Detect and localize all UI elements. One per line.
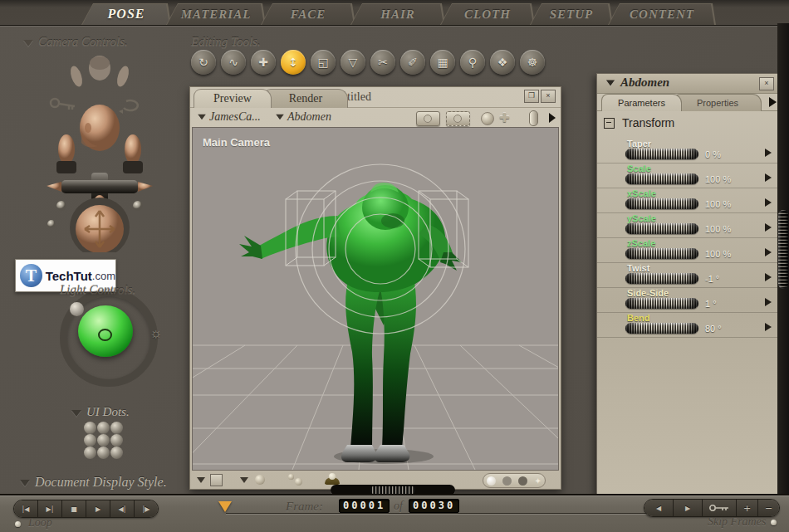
stop-button[interactable]: ■ [62,500,86,517]
ui-dot[interactable] [97,447,110,459]
camera-view-icon[interactable] [416,111,440,126]
camera-select-icon[interactable] [446,111,470,126]
ui-dot[interactable] [97,422,110,434]
param-menu-arrow[interactable] [765,149,772,157]
skip-frames-toggle[interactable] [771,520,777,525]
ui-dot[interactable] [97,434,110,447]
transform-section-header[interactable]: Transform [604,116,674,129]
viewport-3d[interactable]: Main Camera [192,127,559,471]
taper-tool-icon[interactable]: ▽ [341,50,365,75]
depth-cue-dot-icon[interactable] [288,474,294,480]
timeline-track[interactable] [226,513,688,514]
display-style-swatch[interactable] [210,474,223,486]
tab-properties[interactable]: Properties [674,94,762,111]
param-menu-arrow[interactable] [765,223,772,232]
color-tool-icon[interactable]: ✐ [400,50,425,75]
ui-dot[interactable] [110,447,123,459]
tab-render[interactable]: Render [263,89,348,108]
zscale-dial[interactable] [625,248,698,259]
twist-dial[interactable] [625,273,698,284]
first-frame-button[interactable]: |◀ [14,500,38,517]
collapse-section-icon[interactable] [604,118,615,129]
light-sun-icon[interactable]: ☼ [149,325,163,342]
light-control-sphere[interactable] [78,305,133,357]
param-menu-arrow[interactable] [765,173,772,182]
tracking-ball-icon[interactable] [255,475,265,485]
parameters-panel-header[interactable]: Abdomen × [597,74,778,94]
last-frame-button[interactable]: ▶| [38,500,62,517]
tab-face[interactable]: FACE [261,3,355,25]
next-frame-button[interactable]: ▶ [674,500,703,516]
tab-parameters[interactable]: Parameters [601,94,682,111]
scale-tool-icon[interactable]: ◱ [311,50,336,75]
remove-keyframe-button[interactable]: − [758,500,779,516]
loop-toggle[interactable] [15,521,21,527]
document-display-style-collapse-icon[interactable] [20,480,30,486]
tab-setup[interactable]: SETUP [530,3,613,25]
panel-scroll-dial[interactable] [778,210,788,289]
panel-close-button[interactable]: × [759,77,774,90]
translate-in-out-tool-icon[interactable]: ↕ [281,50,306,75]
tab-hair[interactable]: HAIR [350,3,445,25]
ui-dot[interactable] [84,422,96,434]
rotate-tool-icon[interactable]: ↻ [191,50,216,75]
ui-dot[interactable] [110,422,123,434]
toolbar-flyout-arrow[interactable] [549,113,556,123]
document-window-titlebar[interactable]: Render Preview Untitled ❐ × [190,87,561,107]
param-menu-arrow[interactable] [765,198,772,207]
side-side-dial[interactable] [625,298,698,309]
tab-pose[interactable]: POSE [81,3,171,25]
translate-pull-tool-icon[interactable]: ✚ [251,50,276,75]
yscale-dial[interactable] [625,223,698,234]
display-style-dropdown-icon[interactable] [197,477,205,483]
add-keyframe-button[interactable]: + [737,500,758,516]
actor-menu[interactable]: Abdomen [605,76,669,90]
tab-material[interactable]: MATERIAL [166,3,266,25]
tab-preview[interactable]: Preview [194,89,272,108]
shadow-lamp-icon[interactable] [325,477,340,485]
param-menu-arrow[interactable] [765,248,772,256]
param-menu-arrow[interactable] [765,298,772,306]
xscale-dial[interactable] [625,198,698,209]
tab-content[interactable]: CONTENT [608,3,716,25]
ui-dot[interactable] [84,434,96,447]
display-mode-dark-toggle[interactable] [518,476,527,486]
view-magnifier-tool-icon[interactable]: ⚲ [460,50,485,75]
display-mode-mid-toggle[interactable] [502,476,512,486]
tab-cloth[interactable]: CLOTH [440,3,535,25]
depth-cue-dot-icon[interactable] [295,478,302,486]
tracking-mode-dropdown-icon[interactable] [240,477,248,483]
window-expand-button[interactable]: ❐ [524,90,539,103]
param-menu-arrow[interactable] [765,273,772,281]
scale-dial[interactable] [625,173,698,184]
chain-break-tool-icon[interactable]: ✂ [370,50,395,75]
bend-dial[interactable] [625,323,698,334]
direct-manipulation-tool-icon[interactable]: ☸ [520,50,545,75]
camera-controls-graphic[interactable] [33,51,166,252]
current-frame-counter[interactable]: 00001 [339,499,390,513]
play-button[interactable]: ▶ [86,500,110,517]
hand-tool-icon[interactable] [529,110,538,126]
display-mode-light-toggle[interactable] [487,476,496,486]
panel-flyout-arrow[interactable] [769,97,777,107]
grouping-tool-icon[interactable]: ▦ [430,50,455,75]
ui-dots-collapse-icon[interactable] [71,410,81,417]
camera-select-dropdown[interactable]: JamesCa... [197,110,261,124]
light-handle-ball[interactable] [70,302,84,316]
total-frames-counter[interactable]: 00030 [409,499,459,513]
step-back-button[interactable]: ◀| [110,500,135,517]
keyframe-button[interactable] [703,500,737,516]
twist-tool-icon[interactable]: ∿ [221,50,246,75]
light-indicator-icon[interactable] [481,112,494,125]
window-close-button[interactable]: × [541,90,556,103]
display-mode-star-toggle[interactable]: ✦ [534,476,541,486]
ui-dot[interactable] [84,447,96,459]
morphing-tool-icon[interactable]: ❖ [490,50,515,75]
timeline-marker[interactable] [218,501,232,512]
taper-dial[interactable] [625,149,698,159]
move-cross-icon[interactable]: ✚ [499,110,510,125]
actor-select-dropdown[interactable]: Abdomen [275,110,331,124]
ui-dot[interactable] [110,434,123,447]
param-menu-arrow[interactable] [765,323,772,331]
step-forward-button[interactable]: |▶ [135,500,158,517]
